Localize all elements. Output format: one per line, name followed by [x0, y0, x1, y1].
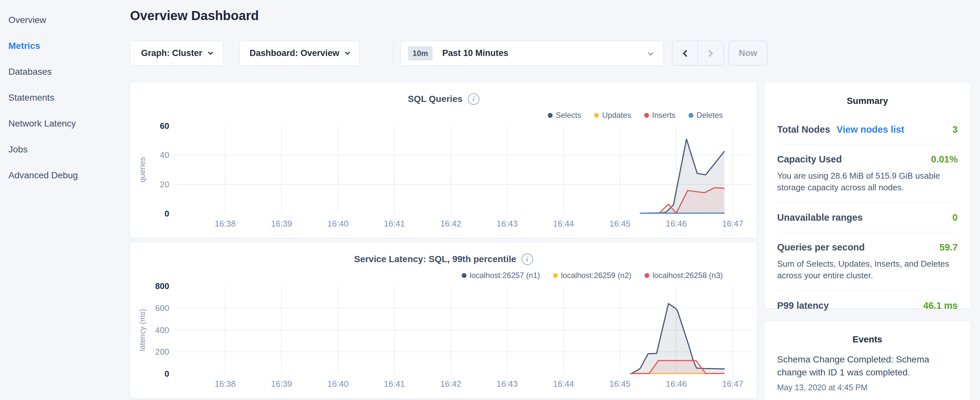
svg-text:40: 40 — [160, 150, 169, 160]
summary-label: Capacity Used — [777, 154, 842, 165]
svg-text:20: 20 — [160, 180, 169, 189]
now-button[interactable]: Now — [729, 41, 767, 66]
svg-text:16:47: 16:47 — [722, 219, 743, 228]
sidebar-item-network-latency[interactable]: Network Latency — [8, 111, 129, 137]
svg-text:16:46: 16:46 — [666, 379, 687, 389]
sidebar-item-databases[interactable]: Databases — [8, 59, 129, 85]
svg-text:16:39: 16:39 — [271, 219, 292, 228]
summary-row-p99-latency: P99 latency 46.1 ms — [777, 290, 958, 320]
svg-text:16:41: 16:41 — [384, 219, 405, 228]
svg-text:queries: queries — [138, 157, 146, 183]
svg-text:16:38: 16:38 — [215, 379, 235, 389]
sidebar-item-metrics[interactable]: Metrics — [8, 33, 129, 59]
sidebar-item-jobs[interactable]: Jobs — [8, 137, 129, 163]
svg-text:16:40: 16:40 — [328, 379, 348, 389]
summary-value: 46.1 ms — [923, 300, 958, 311]
summary-panel: Summary Total Nodes View nodes list 3 Ca… — [764, 82, 971, 308]
dashboard-dropdown-label: Dashboard: Overview — [250, 48, 339, 58]
sidebar: Overview Metrics Databases Statements Ne… — [0, 0, 129, 400]
svg-text:16:42: 16:42 — [440, 379, 461, 389]
service-latency-chart-card: Service Latency: SQL, 99th percentile i … — [130, 242, 757, 398]
svg-text:16:44: 16:44 — [553, 219, 574, 228]
events-heading: Events — [764, 321, 970, 345]
event-item-text[interactable]: Schema Change Completed: Schema change w… — [777, 353, 958, 379]
summary-value: 0 — [953, 212, 958, 223]
chevron-down-icon — [648, 50, 654, 56]
sql-queries-chart-card: SQL Queries i SelectsUpdatesInsertsDelet… — [130, 82, 757, 238]
sidebar-item-overview[interactable]: Overview — [8, 7, 129, 33]
sql-queries-chart[interactable]: 16:3816:3916:4016:4116:4216:4316:4416:45… — [130, 82, 757, 239]
service-latency-chart[interactable]: 16:3816:3916:4016:4116:4216:4316:4416:45… — [130, 242, 757, 399]
summary-row-unavailable-ranges: Unavailable ranges 0 — [777, 202, 958, 232]
page-title: Overview Dashboard — [130, 8, 259, 23]
chevron-down-icon — [345, 50, 350, 55]
summary-label: Queries per second — [777, 242, 865, 253]
summary-row-capacity-used: Capacity Used 0.01% You are using 28.6 M… — [777, 144, 958, 202]
time-range-badge: 10m — [408, 46, 433, 61]
svg-text:16:45: 16:45 — [609, 219, 631, 228]
summary-heading: Summary — [764, 82, 970, 106]
summary-row-queries-per-second: Queries per second 59.7 Sum of Selects, … — [777, 232, 958, 290]
time-next-button[interactable] — [698, 41, 724, 65]
svg-text:16:43: 16:43 — [496, 379, 518, 389]
summary-label: Total Nodes — [777, 124, 830, 135]
svg-text:16:38: 16:38 — [215, 219, 235, 228]
time-step-buttons — [672, 41, 724, 66]
svg-text:800: 800 — [155, 281, 169, 291]
summary-description: Sum of Selects, Updates, Inserts, and De… — [777, 258, 958, 281]
svg-text:16:45: 16:45 — [609, 379, 631, 389]
summary-value: 59.7 — [940, 242, 958, 253]
view-nodes-list-link[interactable]: View nodes list — [837, 124, 904, 135]
svg-text:200: 200 — [155, 347, 169, 357]
controls-divider — [393, 42, 393, 65]
svg-text:60: 60 — [160, 121, 169, 131]
summary-label: Unavailable ranges — [777, 212, 862, 223]
time-range-dropdown[interactable]: 10m Past 10 Minutes — [401, 41, 663, 66]
dashboard-dropdown[interactable]: Dashboard: Overview — [239, 41, 360, 66]
chevron-right-icon — [706, 49, 713, 57]
summary-row-total-nodes: Total Nodes View nodes list 3 — [777, 115, 958, 144]
svg-text:16:39: 16:39 — [271, 379, 292, 389]
svg-text:16:46: 16:46 — [666, 219, 687, 228]
time-range-label: Past 10 Minutes — [442, 48, 508, 58]
svg-text:16:40: 16:40 — [328, 219, 348, 228]
svg-text:0: 0 — [165, 369, 169, 379]
svg-text:16:41: 16:41 — [384, 379, 405, 389]
summary-label: P99 latency — [777, 300, 829, 311]
svg-text:600: 600 — [155, 303, 169, 313]
chevron-down-icon — [208, 50, 213, 55]
svg-text:16:43: 16:43 — [496, 219, 518, 228]
graph-dropdown[interactable]: Graph: Cluster — [130, 41, 223, 66]
controls-bar: Graph: Cluster Dashboard: Overview 10m P… — [130, 41, 971, 66]
svg-text:latency (ms): latency (ms) — [138, 309, 146, 351]
graph-dropdown-label: Graph: Cluster — [141, 48, 202, 58]
summary-value: 0.01% — [931, 154, 958, 165]
time-prev-button[interactable] — [672, 41, 698, 65]
svg-text:16:42: 16:42 — [440, 219, 461, 228]
chevron-left-icon — [682, 49, 690, 57]
event-item-timestamp: May 13, 2020 at 4:45 PM — [777, 383, 958, 392]
svg-text:16:44: 16:44 — [553, 379, 574, 389]
sidebar-item-statements[interactable]: Statements — [8, 85, 129, 111]
events-panel: Events Schema Change Completed: Schema c… — [764, 320, 971, 400]
svg-text:16:47: 16:47 — [722, 379, 743, 389]
summary-value: 3 — [953, 124, 958, 135]
svg-text:0: 0 — [165, 209, 169, 218]
summary-description: You are using 28.6 MiB of 515.9 GiB usab… — [777, 170, 958, 193]
sidebar-item-advanced-debug[interactable]: Advanced Debug — [8, 163, 129, 188]
svg-text:400: 400 — [155, 325, 169, 335]
